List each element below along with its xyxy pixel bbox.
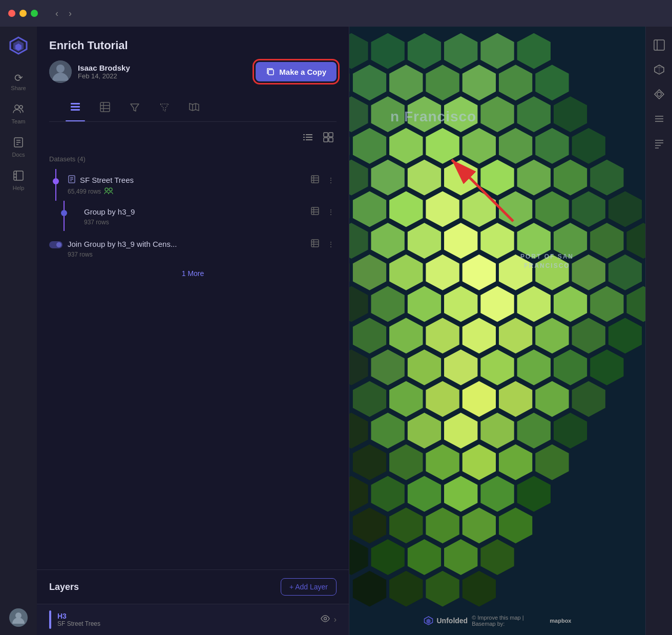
cube-button[interactable] xyxy=(649,59,669,80)
author-avatar xyxy=(49,60,72,83)
minimize-button[interactable] xyxy=(19,10,27,17)
tab-map[interactable] xyxy=(180,95,208,121)
dataset-rows: 937 rows xyxy=(68,251,337,258)
dataset-rows: 937 rows xyxy=(84,219,337,226)
map-city-label: n Francisco xyxy=(390,109,476,125)
shapes-button[interactable] xyxy=(649,84,669,104)
sidebar-item-help[interactable]: Help xyxy=(2,166,35,195)
tab-filter[interactable] xyxy=(121,95,149,121)
svg-rect-31 xyxy=(306,137,312,138)
sidebar-item-docs[interactable]: Docs xyxy=(2,133,35,162)
svg-rect-29 xyxy=(306,134,312,135)
dataset-name-row: Join Group by h3_9 with Cens... xyxy=(68,238,337,250)
shared-icon xyxy=(104,187,113,196)
sidebar-help-label: Help xyxy=(13,185,25,191)
table-tab-icon xyxy=(99,101,111,113)
list-button[interactable] xyxy=(649,109,669,129)
dataset-table-btn[interactable] xyxy=(309,238,321,250)
map-area: ‹ xyxy=(349,27,645,635)
main-container: ⟳ Share Team xyxy=(0,27,672,635)
dataset-more-btn[interactable]: ⋮ xyxy=(325,206,337,218)
app-logo[interactable] xyxy=(8,35,29,56)
mapbox-logo: mapbox xyxy=(550,618,571,624)
layer-expand-button[interactable]: › xyxy=(334,615,337,624)
layer-info: H3 SF Street Trees xyxy=(57,612,321,627)
panel-header: Enrich Tutorial Isaac Brodsky Feb 14, 20… xyxy=(37,27,349,122)
svg-rect-34 xyxy=(324,133,328,137)
team-icon xyxy=(13,103,24,116)
author-name: Isaac Brodsky xyxy=(78,64,130,72)
svg-point-46 xyxy=(105,188,108,191)
dataset-table-btn[interactable] xyxy=(309,206,321,218)
dataset-actions: ⋮ xyxy=(309,174,337,186)
svg-point-56 xyxy=(324,618,326,620)
grid-view-button[interactable] xyxy=(320,130,337,147)
unfolded-watermark: Unfolded © Improve this map | Basemap by… xyxy=(424,615,572,627)
sidebar-item-team[interactable]: Team xyxy=(2,99,35,129)
sidebar: ⟳ Share Team xyxy=(0,27,37,635)
author-date: Feb 14, 2022 xyxy=(78,72,130,80)
svg-point-4 xyxy=(19,105,23,109)
tab-filter2[interactable] xyxy=(151,95,178,121)
sidebar-share-label: Share xyxy=(11,85,26,91)
titlebar: ‹ › xyxy=(0,0,672,27)
close-button[interactable] xyxy=(8,10,15,17)
dataset-table-btn[interactable] xyxy=(309,174,321,186)
dataset-name: Join Group by h3_9 with Cens... xyxy=(68,240,177,248)
svg-rect-42 xyxy=(311,176,319,183)
tab-table[interactable] xyxy=(91,95,119,121)
help-icon xyxy=(13,170,24,183)
add-layer-button[interactable]: + Add Layer xyxy=(281,578,337,596)
mapbox-credit: © Improve this map | Basemap by: xyxy=(472,615,545,627)
author-row: Isaac Brodsky Feb 14, 2022 Make a Copy xyxy=(49,60,337,83)
filter-tab-icon xyxy=(129,101,140,113)
map-tab-icon xyxy=(188,101,200,113)
tab-layers[interactable] xyxy=(61,95,89,121)
dataset-icon xyxy=(68,175,76,185)
svg-rect-19 xyxy=(71,106,80,108)
dataset-more-btn[interactable]: ⋮ xyxy=(325,238,337,250)
right-toolbar xyxy=(645,27,672,635)
svg-marker-190 xyxy=(427,619,431,624)
svg-rect-33 xyxy=(306,139,312,140)
svg-point-3 xyxy=(15,105,19,109)
layers-header: Layers + Add Layer xyxy=(37,569,349,604)
sidebar-team-label: Team xyxy=(12,118,26,124)
dataset-rows: 65,499 rows xyxy=(68,187,337,196)
svg-point-16 xyxy=(56,65,65,73)
author-details: Isaac Brodsky Feb 14, 2022 xyxy=(78,64,130,80)
dataset-content: Join Group by h3_9 with Cens... xyxy=(68,238,337,258)
svg-rect-17 xyxy=(268,70,274,75)
nav-arrows: ‹ › xyxy=(52,6,75,21)
svg-rect-28 xyxy=(303,134,305,135)
make-copy-button[interactable]: Make a Copy xyxy=(256,62,337,81)
layer-eye-button[interactable] xyxy=(321,614,330,625)
sidebar-toggle-button[interactable] xyxy=(649,35,669,55)
svg-rect-21 xyxy=(100,102,110,112)
list-view-button[interactable] xyxy=(300,130,316,147)
sidebar-item-share[interactable]: ⟳ Share xyxy=(2,69,35,95)
dataset-list: SF Street Trees xyxy=(49,169,337,282)
svg-rect-20 xyxy=(71,109,80,111)
svg-rect-37 xyxy=(329,138,333,142)
dataset-item: Join Group by h3_9 with Cens... xyxy=(49,233,337,263)
list2-button[interactable] xyxy=(649,133,669,154)
more-link[interactable]: 1 More xyxy=(49,265,337,282)
nav-back-button[interactable]: ‹ xyxy=(52,6,61,21)
dataset-actions: ⋮ xyxy=(309,238,337,250)
nav-forward-button[interactable]: › xyxy=(66,6,75,21)
dataset-more-btn[interactable]: ⋮ xyxy=(325,174,337,186)
unfolded-logo: Unfolded xyxy=(424,616,468,626)
layers-title: Layers xyxy=(49,582,79,592)
svg-rect-36 xyxy=(324,138,328,142)
svg-point-197 xyxy=(657,92,661,96)
svg-rect-18 xyxy=(71,103,80,104)
maximize-button[interactable] xyxy=(31,10,38,17)
datasets-label: Datasets (4) xyxy=(49,155,337,163)
layer-color-bar xyxy=(49,610,51,629)
filter2-tab-icon xyxy=(159,101,170,113)
dataset-content: SF Street Trees xyxy=(68,174,337,196)
dataset-name-row: SF Street Trees xyxy=(68,174,337,186)
user-avatar[interactable] xyxy=(9,608,28,627)
panel-content: Datasets (4) xyxy=(37,122,349,569)
